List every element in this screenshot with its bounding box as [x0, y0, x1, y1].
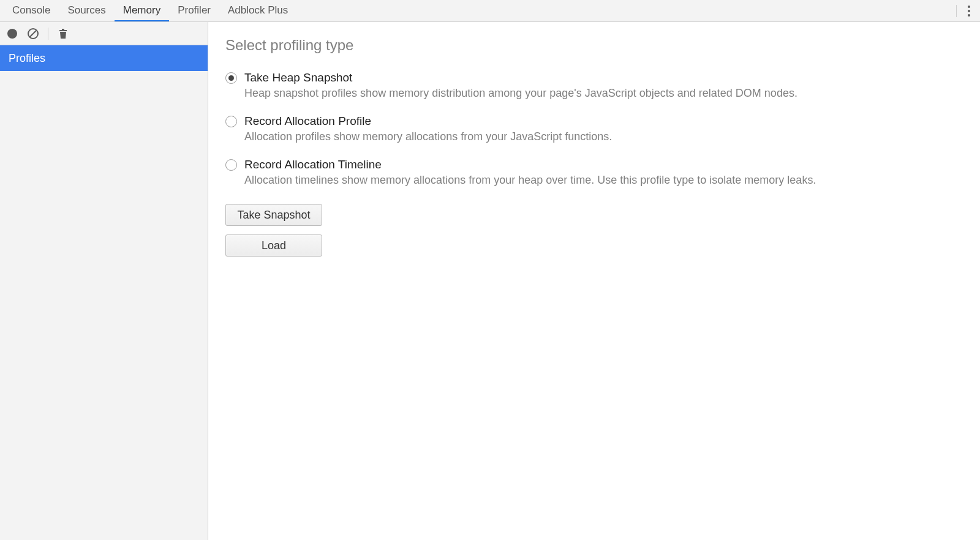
radio-icon[interactable]	[225, 159, 237, 171]
tab-list: Console Sources Memory Profiler Adblock …	[4, 0, 951, 21]
topbar-right	[951, 0, 976, 21]
tab-profiler[interactable]: Profiler	[169, 0, 219, 21]
take-snapshot-button[interactable]: Take Snapshot	[225, 204, 322, 226]
option-heap-snapshot[interactable]: Take Heap Snapshot Heap snapshot profile…	[225, 71, 963, 100]
svg-rect-4	[62, 29, 64, 30]
radio-icon[interactable]	[225, 116, 237, 127]
action-buttons: Take Snapshot Load	[225, 204, 963, 257]
sidebar: Profiles	[0, 22, 208, 540]
tab-sources[interactable]: Sources	[59, 0, 114, 21]
more-menu-icon[interactable]	[962, 4, 976, 18]
profiling-options: Take Heap Snapshot Heap snapshot profile…	[225, 71, 963, 187]
record-icon[interactable]	[5, 26, 20, 41]
main-panel: Select profiling type Take Heap Snapshot…	[208, 22, 980, 540]
top-tabbar: Console Sources Memory Profiler Adblock …	[0, 0, 980, 22]
trash-icon[interactable]	[56, 26, 70, 41]
divider	[956, 5, 957, 17]
divider	[48, 28, 48, 40]
svg-point-0	[7, 29, 17, 39]
option-description: Allocation timelines show memory allocat…	[244, 174, 816, 187]
tab-adblock-plus[interactable]: Adblock Plus	[219, 0, 296, 21]
load-button[interactable]: Load	[225, 234, 322, 257]
tab-console[interactable]: Console	[4, 0, 59, 21]
svg-rect-3	[59, 30, 67, 31]
tab-memory[interactable]: Memory	[115, 0, 169, 21]
page-title: Select profiling type	[225, 37, 963, 54]
svg-line-2	[30, 30, 37, 37]
body-container: Profiles Select profiling type Take Heap…	[0, 22, 980, 540]
sidebar-profiles-header[interactable]: Profiles	[0, 45, 208, 71]
option-title: Record Allocation Timeline	[244, 158, 816, 171]
option-description: Heap snapshot profiles show memory distr…	[244, 87, 797, 100]
option-allocation-profile[interactable]: Record Allocation Profile Allocation pro…	[225, 114, 963, 143]
option-title: Take Heap Snapshot	[244, 71, 797, 84]
option-allocation-timeline[interactable]: Record Allocation Timeline Allocation ti…	[225, 158, 963, 187]
option-description: Allocation profiles show memory allocati…	[244, 130, 612, 143]
radio-icon[interactable]	[225, 72, 237, 84]
sidebar-toolbar	[0, 22, 208, 45]
clear-icon[interactable]	[26, 26, 40, 41]
option-title: Record Allocation Profile	[244, 114, 612, 128]
